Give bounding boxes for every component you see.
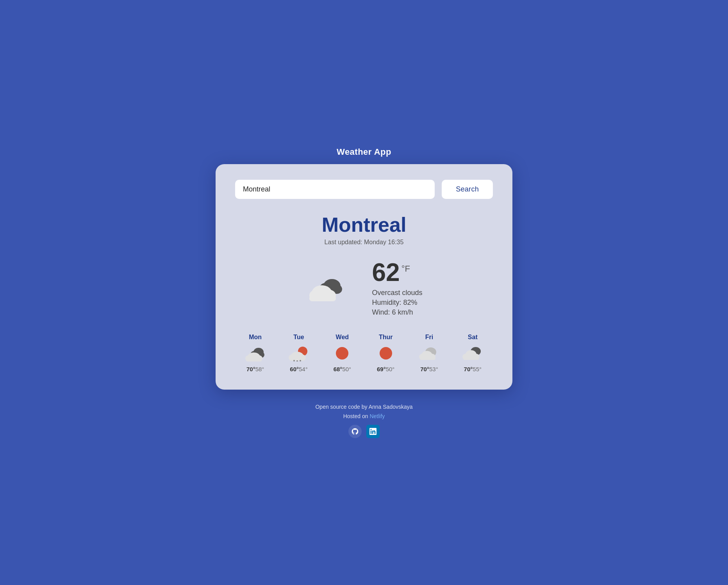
github-link[interactable]	[348, 425, 362, 438]
day-icon-mon	[244, 345, 266, 362]
day-icon-sat	[462, 345, 484, 362]
day-temps-thur: 69°50°	[377, 366, 394, 372]
day-temps-mon: 70°58°	[246, 366, 264, 372]
day-temps-wed: 68°50°	[334, 366, 351, 372]
temperature-unit: °F	[401, 264, 410, 274]
current-weather-icon	[305, 273, 348, 304]
forecast-day-fri: Fri 70°53°	[409, 334, 449, 372]
search-row: Search	[235, 180, 493, 199]
footer-hosted: Hosted on Netlify	[315, 413, 412, 419]
temp-row: 62 °F	[372, 260, 422, 285]
temperature-value: 62	[372, 260, 400, 285]
weather-details: 62 °F Overcast clouds Humidity: 82% Wind…	[372, 260, 422, 317]
linkedin-link[interactable]	[366, 425, 380, 438]
day-label-mon: Mon	[249, 334, 262, 341]
svg-point-23	[380, 347, 392, 360]
forecast-day-tue: Tue 60°54°	[278, 334, 319, 372]
svg-rect-6	[309, 295, 336, 301]
footer-hosted-label: Hosted on	[343, 413, 370, 419]
search-input[interactable]	[235, 180, 435, 199]
day-icon-wed	[331, 345, 353, 362]
forecast-row: Mon 70°58° Tue	[235, 334, 493, 372]
day-temps-sat: 70°55°	[464, 366, 482, 372]
day-label-sat: Sat	[468, 334, 478, 341]
current-weather-section: 62 °F Overcast clouds Humidity: 82% Wind…	[235, 260, 493, 317]
wind-value: Wind: 6 km/h	[372, 308, 422, 317]
netlify-link[interactable]: Netlify	[369, 413, 385, 419]
svg-rect-33	[463, 357, 479, 360]
svg-rect-13	[246, 358, 262, 361]
city-name: Montreal	[235, 213, 493, 236]
footer: Open source code by Anna Sadovskaya Host…	[315, 404, 412, 438]
day-icon-thur	[375, 345, 397, 362]
search-button[interactable]: Search	[442, 180, 493, 199]
day-label-wed: Wed	[336, 334, 349, 341]
day-temps-tue: 60°54°	[290, 366, 307, 372]
forecast-day-sat: Sat 70°55°	[453, 334, 493, 372]
day-temps-fri: 70°53°	[420, 366, 438, 372]
forecast-day-mon: Mon 70°58°	[235, 334, 275, 372]
day-label-thur: Thur	[379, 334, 393, 341]
svg-point-21	[300, 360, 301, 361]
day-icon-tue	[288, 345, 310, 362]
footer-social-icons	[315, 425, 412, 438]
day-icon-fri	[418, 345, 440, 362]
forecast-day-thur: Thur 69°50°	[366, 334, 406, 372]
humidity-value: Humidity: 82%	[372, 299, 422, 307]
forecast-day-wed: Wed 68°50°	[322, 334, 362, 372]
svg-rect-28	[420, 357, 435, 360]
day-label-fri: Fri	[425, 334, 433, 341]
day-label-tue: Tue	[293, 334, 304, 341]
last-updated: Last updated: Monday 16:35	[235, 239, 493, 246]
svg-point-19	[293, 360, 295, 361]
weather-card: Search Montreal Last updated: Monday 16:…	[216, 164, 512, 390]
app-title: Weather App	[337, 147, 391, 157]
weather-condition: Overcast clouds	[372, 289, 422, 297]
svg-point-22	[336, 347, 348, 360]
svg-rect-18	[289, 358, 305, 361]
footer-credit: Open source code by Anna Sadovskaya	[315, 404, 412, 410]
